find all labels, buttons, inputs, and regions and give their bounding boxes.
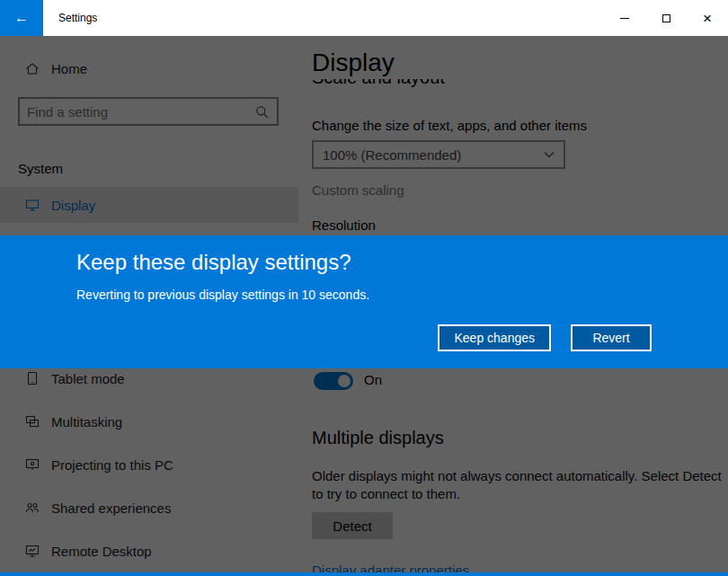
dialog-title: Keep these display settings? <box>76 250 351 275</box>
maximize-button[interactable] <box>645 0 687 36</box>
dialog-buttons: Keep changes Revert <box>438 324 652 351</box>
back-arrow-icon: ← <box>14 10 29 26</box>
accent-bottom-strip <box>0 572 728 576</box>
window-title: Settings <box>58 12 97 24</box>
keep-changes-button[interactable]: Keep changes <box>438 324 551 351</box>
back-button[interactable]: ← <box>0 0 43 36</box>
settings-window: ← Settings × Home System Display <box>0 0 728 576</box>
revert-button[interactable]: Revert <box>571 324 652 351</box>
minimize-button[interactable] <box>604 0 645 36</box>
titlebar: ← Settings × <box>0 0 728 36</box>
close-icon: × <box>703 11 712 26</box>
minimize-icon <box>620 18 629 19</box>
window-controls: × <box>604 0 728 36</box>
close-button[interactable]: × <box>687 0 728 36</box>
keep-display-settings-dialog: Keep these display settings? Reverting t… <box>0 235 728 368</box>
maximize-icon <box>662 14 670 22</box>
dialog-subtitle: Reverting to previous display settings i… <box>76 288 369 302</box>
